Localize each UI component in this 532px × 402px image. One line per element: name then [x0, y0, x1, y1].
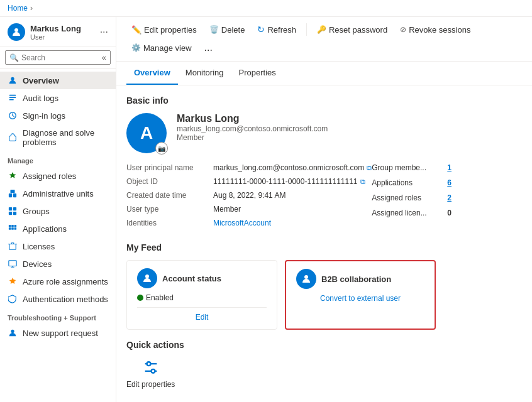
toolbar-more-button[interactable]: ... — [199, 40, 218, 56]
sidebar-item-azure-roles[interactable]: Azure role assignments — [0, 273, 116, 290]
edit-icon: ✏️ — [131, 25, 141, 35]
refresh-button[interactable]: ↻ Refresh — [252, 22, 301, 37]
tab-overview[interactable]: Overview — [126, 62, 178, 85]
objectid-label: Object ID — [126, 177, 208, 186]
account-status-text: Enabled — [146, 293, 174, 302]
sidebar-item-audit-logs[interactable]: Audit logs — [0, 89, 116, 107]
user-header-name: Markus Long — [30, 24, 95, 33]
usertype-label: User type — [126, 205, 208, 214]
assigned-roles-stat-value[interactable]: 2 — [447, 193, 452, 202]
account-status-edit-link[interactable]: Edit — [137, 307, 267, 322]
tab-properties[interactable]: Properties — [231, 62, 284, 85]
revoke-icon: ⊘ — [400, 25, 406, 34]
account-status-title: Account status — [162, 274, 221, 283]
stat-applications: Applications 6 — [372, 178, 522, 187]
main-content: ✏️ Edit properties 🗑️ Delete ↻ Refresh 🔑… — [116, 17, 532, 402]
sidebar-item-licenses[interactable]: Licenses — [0, 237, 116, 255]
stat-group-members: Group membe... 1 — [372, 163, 522, 172]
usertype-value: Member — [213, 205, 241, 214]
objectid-value: 11111111-0000-1111-0000-111111111111 ⧉ — [213, 177, 365, 186]
delete-button[interactable]: 🗑️ Delete — [204, 23, 250, 37]
b2b-header: B2B collaboration — [296, 269, 424, 289]
enabled-dot — [137, 295, 143, 301]
quick-action-edit-properties[interactable]: Edit properties — [126, 357, 175, 389]
sidebar-item-admin-units[interactable]: Administrative units — [0, 185, 116, 202]
upn-label: User principal name — [126, 163, 208, 172]
key-icon: 🔑 — [317, 25, 326, 34]
quick-actions-section: Quick actions Edit properties — [126, 340, 522, 389]
svg-rect-9 — [9, 207, 12, 210]
quick-actions-title: Quick actions — [126, 340, 522, 350]
assigned-licenses-label: Assigned licen... — [372, 209, 447, 217]
quick-action-edit-label: Edit properties — [126, 380, 175, 389]
sidebar-item-overview[interactable]: Overview — [0, 72, 116, 89]
user-header-more[interactable]: ··· — [100, 26, 108, 38]
sidebar-item-audit-logs-label: Audit logs — [23, 94, 58, 103]
identities-value: MicrosoftAccount — [213, 219, 271, 227]
svg-rect-18 — [14, 227, 17, 230]
sidebar-nav: Overview Audit logs Sign-in logs Diagnos… — [0, 69, 116, 342]
sidebar-item-devices[interactable]: Devices — [0, 255, 116, 273]
svg-rect-8 — [11, 190, 15, 193]
search-icon: 🔍 — [9, 53, 19, 62]
feed-card-account-status: Account status Enabled Edit — [126, 260, 277, 330]
sidebar-item-groups-label: Groups — [23, 207, 50, 216]
feed-cards: Account status Enabled Edit — [126, 260, 522, 330]
sidebar-item-assigned-roles[interactable]: Assigned roles — [0, 167, 116, 185]
applications-stat-value[interactable]: 6 — [447, 178, 452, 187]
created-label: Created date time — [126, 191, 208, 200]
stat-assigned-licenses: Assigned licen... 0 — [372, 209, 522, 217]
breadcrumb-home[interactable]: Home — [8, 4, 28, 13]
sidebar-item-applications[interactable]: Applications — [0, 220, 116, 237]
info-row-objectid: Object ID 11111111-0000-1111-0000-111111… — [126, 177, 372, 186]
user-header: Markus Long User ··· — [0, 17, 116, 46]
edit-properties-button[interactable]: ✏️ Edit properties — [126, 23, 202, 37]
sign-in-logs-icon — [8, 111, 18, 121]
objectid-copy-icon[interactable]: ⧉ — [360, 178, 365, 186]
assigned-licenses-value: 0 — [447, 209, 452, 217]
group-members-value[interactable]: 1 — [447, 163, 452, 172]
profile-details: Markus Long markus_long.com@contoso.onmi… — [177, 113, 328, 142]
revoke-sessions-button[interactable]: ⊘ Revoke sessions — [395, 23, 475, 37]
my-feed-title: My Feed — [126, 242, 522, 253]
manage-view-button[interactable]: ⚙️ Manage view — [126, 41, 197, 55]
avatar-camera-button[interactable]: 📷 — [155, 142, 168, 155]
user-header-role: User — [30, 33, 95, 41]
user-header-info: Markus Long User — [30, 24, 95, 41]
overview-icon — [8, 75, 18, 85]
svg-rect-3 — [9, 97, 16, 98]
sliders-icon — [141, 357, 161, 378]
sidebar-item-azure-roles-label: Azure role assignments — [23, 277, 108, 286]
gear-icon: ⚙️ — [131, 43, 141, 52]
sidebar-item-new-support[interactable]: New support request — [0, 324, 116, 342]
upn-copy-icon[interactable]: ⧉ — [367, 164, 372, 172]
sidebar-item-assigned-roles-label: Assigned roles — [23, 171, 76, 181]
sidebar-item-groups[interactable]: Groups — [0, 202, 116, 220]
support-section-label: Troubleshooting + Support — [0, 308, 116, 324]
account-status-header: Account status — [137, 268, 267, 288]
sidebar-item-auth-methods-label: Authentication methods — [23, 295, 108, 304]
tab-monitoring[interactable]: Monitoring — [178, 62, 231, 85]
reset-password-button[interactable]: 🔑 Reset password — [312, 23, 392, 37]
svg-rect-12 — [13, 212, 16, 215]
collapse-sidebar-icon[interactable]: « — [102, 53, 106, 62]
sidebar-item-diagnose-label: Diagnose and solve problems — [23, 128, 108, 147]
groups-icon — [8, 206, 18, 216]
svg-rect-4 — [9, 99, 14, 100]
devices-icon — [8, 259, 18, 269]
toolbar-separator-1 — [306, 23, 307, 36]
sidebar-item-sign-in-logs[interactable]: Sign-in logs — [0, 107, 116, 124]
info-row-usertype: User type Member — [126, 205, 372, 214]
sidebar-item-auth-methods[interactable]: Authentication methods — [0, 290, 116, 308]
svg-rect-11 — [9, 212, 12, 215]
svg-point-20 — [11, 330, 14, 333]
my-feed-section: My Feed Account status Enabled — [126, 242, 522, 330]
b2b-convert-link[interactable]: Convert to external user — [296, 294, 424, 303]
upn-value: markus_long.com@contoso.onmicrosoft.com … — [213, 163, 372, 172]
search-input[interactable] — [21, 53, 99, 62]
identities-link[interactable]: MicrosoftAccount — [213, 219, 271, 227]
sidebar-item-overview-label: Overview — [23, 76, 59, 85]
sidebar-item-diagnose[interactable]: Diagnose and solve problems — [0, 124, 116, 151]
diagnose-icon — [8, 133, 18, 143]
azure-roles-icon — [8, 276, 18, 286]
